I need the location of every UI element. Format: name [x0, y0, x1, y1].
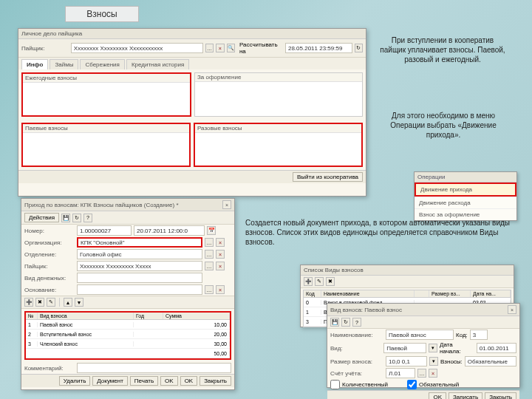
clear-button[interactable]: ×	[429, 369, 437, 378]
code-label: Код:	[456, 332, 468, 338]
calendar-icon[interactable]: 📅	[207, 226, 216, 235]
document-button[interactable]: Документ	[92, 376, 128, 386]
edit-row-icon[interactable]: ✎	[47, 298, 55, 307]
acct-field[interactable]: Л.01	[386, 368, 415, 378]
panel-share: Паевые взносы	[21, 123, 191, 167]
table-row[interactable]: 50,00	[26, 349, 230, 358]
save-icon[interactable]: 💾	[61, 214, 70, 222]
panel-once-label: Разовые взносы	[195, 124, 361, 133]
ok-button-2[interactable]: OK	[180, 376, 198, 386]
reason-label: Основание:	[24, 287, 75, 293]
feetype-field[interactable]: Обязательные	[465, 356, 516, 366]
comment-field[interactable]	[77, 363, 231, 373]
tab-info[interactable]: Инфо	[21, 59, 48, 69]
refresh-icon[interactable]: ↻	[355, 44, 363, 52]
help-icon[interactable]: ?	[352, 318, 361, 327]
delete-icon[interactable]: ✖	[326, 277, 335, 286]
amount-label: Размер взноса:	[330, 358, 383, 365]
member-field[interactable]: Хххххххх Ххххххххх Ххххх	[77, 261, 202, 271]
fees-table: № Вид взноса Год Сумма 1Паевой взнос10,0…	[24, 311, 231, 360]
clear-button[interactable]: ×	[216, 238, 225, 247]
name-label: Наименование:	[330, 332, 383, 338]
kind-field[interactable]: Паевой	[383, 343, 426, 353]
save-button[interactable]: Записать	[449, 392, 482, 399]
cash-field[interactable]	[77, 273, 202, 283]
panel-once: Разовые взносы	[194, 123, 363, 167]
window-title: Приход по взносам: КПК Взносы пайщиков (…	[24, 202, 179, 208]
fee-type-form-window: Вид взноса: Паевой взнос × 💾 ↻ ? Наимено…	[327, 303, 520, 388]
member-name-field[interactable]: Хххххххх Ххххххххх Ххххххххххх	[71, 43, 203, 53]
name-field[interactable]: Паевой взнос	[386, 330, 454, 340]
lookup-button[interactable]: …	[205, 285, 214, 294]
tab-credit-history[interactable]: Кредитная история	[126, 59, 189, 69]
close-button[interactable]: Закрыть	[485, 392, 516, 399]
dropdown-icon[interactable]: ▾	[429, 344, 437, 352]
col-code: Код	[304, 290, 321, 297]
ok-button[interactable]: OK	[429, 392, 446, 399]
close-icon[interactable]: ×	[508, 305, 516, 314]
delete-button[interactable]: Удалить	[59, 376, 91, 386]
panel-share-label: Паевые взносы	[23, 124, 189, 133]
startdate-field[interactable]: 01.00.2011	[477, 343, 516, 353]
close-icon[interactable]: ×	[222, 200, 231, 209]
income-document-window: Приход по взносам: КПК Взносы пайщиков (…	[21, 198, 235, 390]
clear-button[interactable]: ×	[216, 285, 225, 294]
leave-coop-button[interactable]: Выйти из кооператива	[293, 172, 363, 182]
search-icon[interactable]: 🔍	[227, 44, 235, 52]
close-button[interactable]: Закрыть	[200, 376, 231, 386]
add-icon[interactable]: ➕	[304, 277, 313, 286]
lookup-button[interactable]: …	[205, 250, 214, 259]
up-icon[interactable]: ▲	[64, 298, 72, 307]
calc-date-field[interactable]: 28.05.2011 23:59:59	[285, 43, 352, 53]
add-row-icon[interactable]: ➕	[24, 298, 33, 307]
operations-menu: Операции Движение прихода Движение расхо…	[414, 171, 517, 221]
lookup-button[interactable]: …	[205, 262, 214, 270]
date-field[interactable]: 20.07.2011 12:00:0	[134, 225, 205, 236]
quant-checkbox[interactable]	[330, 380, 340, 389]
help-icon[interactable]: ?	[83, 214, 92, 222]
cash-label: Вид денежных:	[24, 275, 75, 282]
clear-button[interactable]: ×	[216, 262, 225, 270]
menu-item-registration-fee[interactable]: Взнос за оформление	[415, 208, 516, 220]
acct-label: Счёт учёта:	[330, 370, 383, 377]
dropdown-icon[interactable]: ▾	[429, 357, 438, 366]
tab-loans[interactable]: Займы	[50, 59, 78, 69]
down-icon[interactable]: ▼	[75, 298, 83, 307]
panel-onregistration: За оформление	[194, 72, 363, 117]
dept-field[interactable]: Головной офис	[77, 249, 202, 259]
code-field[interactable]: 3	[470, 330, 488, 340]
lookup-button[interactable]: …	[205, 44, 214, 52]
delete-row-icon[interactable]: ✖	[35, 298, 44, 307]
org-field[interactable]: КПК "Основной"	[77, 237, 202, 248]
col-year: Год	[134, 313, 163, 319]
clear-button[interactable]: ×	[216, 250, 225, 259]
print-button[interactable]: Печать	[130, 376, 158, 386]
table-row[interactable]: 3Членский взнос30,00	[26, 339, 230, 349]
table-row[interactable]: 1Паевой взнос10,00	[26, 320, 230, 330]
oblig-checkbox[interactable]	[407, 380, 417, 389]
reason-field[interactable]	[77, 284, 202, 295]
ok-button[interactable]: OK	[160, 376, 178, 386]
amount-field[interactable]: 10,0 0,1	[386, 356, 427, 366]
kind-label: Вид:	[330, 345, 381, 352]
refresh-icon[interactable]: ↻	[341, 318, 350, 327]
menu-item-income[interactable]: Движение прихода	[415, 183, 516, 197]
tab-savings[interactable]: Сбережения	[80, 59, 125, 69]
table-row[interactable]: 2Вступительный взнос20,00	[26, 330, 230, 339]
refresh-icon[interactable]: ↻	[72, 214, 81, 222]
clear-button[interactable]: ×	[216, 44, 224, 52]
lookup-button[interactable]: …	[417, 369, 426, 378]
num-field[interactable]: 1.00000027	[77, 225, 132, 236]
total-sum: 50,00	[163, 351, 230, 356]
edit-icon[interactable]: ✎	[315, 277, 324, 286]
menu-item-expense[interactable]: Движение расхода	[415, 197, 516, 208]
member-tabs: Инфо Займы Сбережения Кредитная история	[18, 58, 366, 69]
member-card-window: Личное дело пайщика Пайщик: Хххххххх Ххх…	[18, 28, 366, 197]
actions-dropdown[interactable]: Действия	[24, 213, 59, 222]
operations-menu-header[interactable]: Операции	[415, 172, 516, 183]
save-icon[interactable]: 💾	[330, 318, 339, 327]
lookup-button[interactable]: …	[205, 238, 214, 247]
dept-label: Отделение:	[24, 251, 75, 258]
calc-date-label: Рассчитывать на	[239, 41, 283, 55]
num-label: Номер:	[24, 228, 75, 234]
